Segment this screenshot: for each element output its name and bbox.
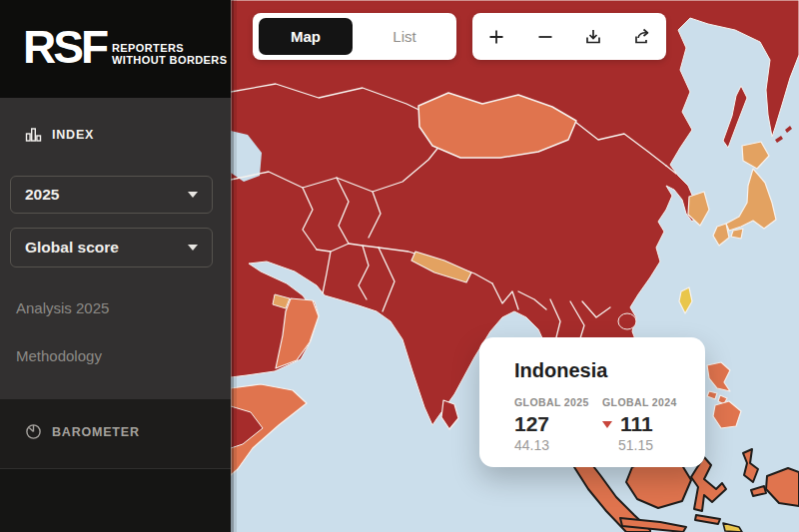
trend-down-icon bbox=[602, 421, 612, 428]
map-pane: Map List bbox=[231, 0, 799, 532]
hainan-island bbox=[618, 313, 636, 329]
tooltip-label-2024: GLOBAL 2024 bbox=[602, 396, 702, 408]
index-section: INDEX 2025 Global score Analysis 2025 Me… bbox=[0, 98, 231, 399]
link-methodology[interactable]: Methodology bbox=[16, 347, 102, 364]
year-dropdown-value: 2025 bbox=[25, 186, 59, 204]
download-icon bbox=[583, 27, 603, 47]
sidebar-shadow-fade bbox=[234, 0, 237, 532]
zoom-out-button[interactable] bbox=[528, 20, 562, 54]
rank-2025: 127 bbox=[514, 413, 549, 435]
bar-chart-icon bbox=[25, 126, 42, 143]
view-toggle: Map List bbox=[253, 13, 456, 60]
minus-icon bbox=[536, 28, 554, 46]
tooltip-label-2025: GLOBAL 2025 bbox=[514, 396, 602, 408]
score-2024: 51.15 bbox=[618, 437, 702, 453]
tooltip-col-2025: GLOBAL 2025 127 44.13 bbox=[514, 396, 602, 453]
nav-barometer[interactable]: BAROMETER bbox=[25, 423, 140, 440]
tooltip-country-name: Indonesia bbox=[514, 359, 705, 382]
plus-icon bbox=[487, 28, 505, 46]
sidebar: RSF REPORTERS WITHOUT BORDERS INDEX 2025 bbox=[0, 0, 231, 532]
tab-list[interactable]: List bbox=[353, 28, 456, 45]
sidebar-footer bbox=[0, 468, 231, 532]
score-2025: 44.13 bbox=[514, 437, 602, 453]
barometer-section: BAROMETER bbox=[0, 399, 231, 468]
logo-block: RSF REPORTERS WITHOUT BORDERS bbox=[0, 0, 231, 98]
rsf-logo-line2: WITHOUT BORDERS bbox=[112, 55, 227, 67]
zoom-in-button[interactable] bbox=[479, 20, 513, 54]
rsf-logo-acronym: RSF bbox=[23, 24, 106, 70]
rsf-logo-line1: REPORTERS bbox=[112, 43, 227, 55]
rsf-logo[interactable]: RSF REPORTERS WITHOUT BORDERS bbox=[23, 24, 227, 70]
gauge-icon bbox=[25, 423, 42, 440]
score-dropdown-value: Global score bbox=[25, 239, 119, 257]
share-icon bbox=[632, 27, 652, 47]
barometer-label: BAROMETER bbox=[52, 425, 140, 439]
share-button[interactable] bbox=[625, 20, 659, 54]
tooltip-col-2024: GLOBAL 2024 111 51.15 bbox=[602, 396, 702, 453]
link-analysis[interactable]: Analysis 2025 bbox=[16, 299, 109, 316]
country-tooltip: Indonesia GLOBAL 2025 127 44.13 GLOBAL 2… bbox=[479, 337, 705, 467]
chevron-down-icon bbox=[188, 245, 198, 251]
score-dropdown[interactable]: Global score bbox=[10, 228, 213, 267]
map-controls bbox=[472, 13, 666, 60]
sidebar-shadow bbox=[231, 0, 234, 532]
rsf-index-app: RSF REPORTERS WITHOUT BORDERS INDEX 2025 bbox=[0, 0, 799, 532]
tab-map[interactable]: Map bbox=[259, 18, 353, 55]
chevron-down-icon bbox=[188, 192, 198, 198]
year-dropdown[interactable]: 2025 bbox=[10, 176, 213, 214]
nav-index[interactable]: INDEX bbox=[25, 126, 94, 143]
index-label: INDEX bbox=[52, 128, 94, 142]
download-button[interactable] bbox=[576, 20, 610, 54]
rank-2024: 111 bbox=[620, 413, 653, 435]
